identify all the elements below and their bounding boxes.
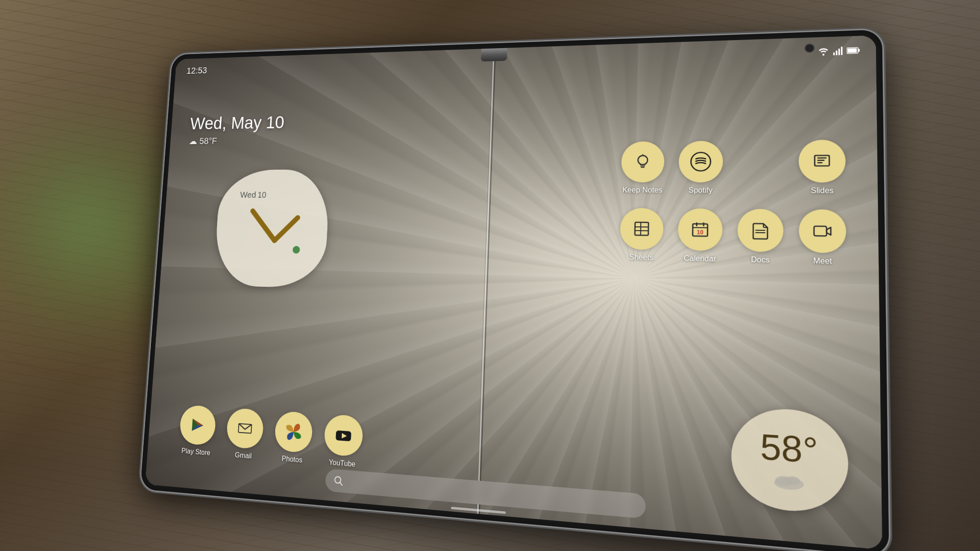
youtube-icon — [323, 414, 363, 457]
svg-rect-3 — [841, 47, 843, 55]
slides-label: Slides — [811, 186, 834, 195]
app-item-photos[interactable]: Photos — [273, 411, 313, 465]
app-item-keep-notes[interactable]: Keep Notes — [616, 141, 669, 194]
svg-rect-0 — [833, 53, 835, 55]
svg-rect-14 — [817, 160, 825, 161]
svg-rect-6 — [848, 48, 857, 53]
svg-rect-16 — [635, 222, 649, 235]
docs-label: Docs — [751, 255, 769, 264]
photos-icon — [274, 411, 313, 453]
date-weather-widget: Wed, May 10 ☁ 58°F — [189, 112, 285, 147]
sheets-svg — [631, 218, 653, 239]
app-grid: Keep Notes Spotify — [615, 140, 852, 266]
weather-display: ☁ 58°F — [189, 135, 284, 147]
battery-icon — [847, 46, 860, 54]
clock-widget[interactable]: Wed 10 — [213, 170, 331, 289]
weather-cloud-icon — [771, 468, 808, 493]
sheets-label: Sheets — [629, 253, 653, 262]
app-item-youtube[interactable]: YouTube — [323, 414, 363, 469]
slides-svg — [811, 151, 834, 172]
svg-point-9 — [638, 155, 647, 164]
svg-line-7 — [251, 211, 276, 241]
spotify-icon — [679, 141, 723, 183]
date-display: Wed, May 10 — [190, 112, 285, 134]
weather-widget-large: 58° — [731, 406, 848, 515]
sheets-icon — [620, 208, 663, 250]
meet-icon — [799, 209, 846, 253]
app-item-meet[interactable]: Meet — [794, 209, 852, 266]
play-store-svg — [189, 415, 207, 435]
svg-rect-15 — [817, 162, 823, 163]
temperature-display: 58°F — [199, 136, 218, 147]
phone-device: 12:53 — [140, 29, 889, 551]
svg-line-8 — [274, 217, 298, 241]
gmail-icon — [226, 408, 264, 450]
svg-rect-27 — [814, 226, 826, 236]
wifi-icon — [818, 47, 829, 56]
weather-temp-large: 58° — [760, 426, 818, 471]
lightbulb-icon — [632, 152, 653, 172]
photos-svg — [284, 421, 304, 443]
cloud-icon: ☁ — [189, 136, 198, 147]
status-time: 12:53 — [186, 65, 208, 76]
docs-icon — [737, 209, 783, 252]
svg-point-11 — [691, 153, 711, 171]
app-item-spotify[interactable]: Spotify — [674, 141, 728, 195]
weather-circle: 58° — [731, 406, 848, 515]
keep-notes-label: Keep Notes — [622, 186, 662, 194]
svg-rect-5 — [858, 49, 860, 52]
meet-label: Meet — [813, 257, 832, 266]
spotify-label: Spotify — [689, 186, 713, 195]
status-icons — [818, 46, 860, 55]
svg-rect-2 — [838, 49, 840, 55]
docs-svg — [749, 220, 771, 241]
svg-rect-13 — [817, 157, 827, 158]
calendar-label: Calendar — [684, 254, 716, 263]
app-item-play-store[interactable]: Play Store — [178, 405, 217, 457]
search-icon — [334, 475, 344, 486]
app-item-sheets[interactable]: Sheets — [615, 208, 668, 262]
signal-icon — [833, 47, 843, 55]
keep-notes-icon — [621, 141, 665, 182]
app-item-docs[interactable]: Docs — [732, 209, 789, 265]
svg-rect-1 — [836, 50, 838, 55]
clock-background: Wed 10 — [213, 170, 331, 289]
play-store-icon — [179, 405, 217, 446]
meet-svg — [811, 221, 834, 242]
app-item-slides[interactable]: Slides — [794, 140, 851, 195]
spotify-svg — [689, 150, 713, 172]
app-item-calendar[interactable]: 10 Calendar — [673, 208, 728, 264]
svg-line-35 — [340, 482, 342, 485]
gmail-svg — [236, 418, 254, 439]
calendar-svg: 10 — [689, 219, 711, 240]
phone-frame: 12:53 — [140, 29, 889, 551]
phone-screen: 12:53 — [145, 35, 882, 550]
app-item-gmail[interactable]: Gmail — [225, 408, 264, 461]
photos-label: Photos — [281, 455, 303, 464]
svg-text:10: 10 — [697, 229, 703, 235]
slides-icon — [799, 140, 846, 183]
youtube-svg — [334, 425, 353, 446]
calendar-icon: 10 — [678, 208, 723, 251]
gmail-label: Gmail — [235, 451, 252, 461]
